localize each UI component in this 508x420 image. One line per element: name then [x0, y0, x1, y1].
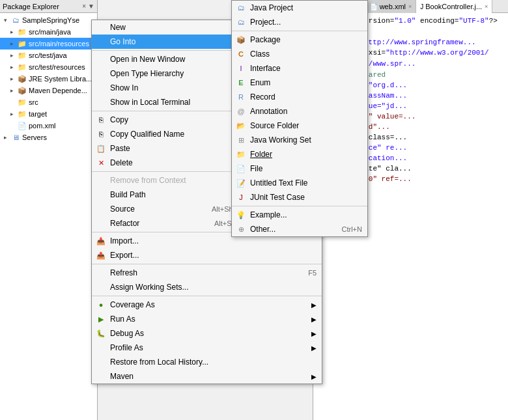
tree-arrow: ▸	[10, 111, 17, 117]
tree-item-jre[interactable]: ▸ 📦 JRE System Libra...	[0, 73, 97, 85]
submenu-item-java-project[interactable]: 🗂 Java Project	[232, 1, 367, 15]
submenu-item-project[interactable]: 🗂 Project...	[232, 15, 367, 29]
tree-item-src-main-resources[interactable]: ▸ 📁 src/main/resources	[0, 38, 97, 49]
tab-close-icon[interactable]: ×	[408, 3, 412, 10]
project-icon: 🗂	[236, 17, 246, 27]
menu-separator	[92, 264, 322, 264]
tree-item-src[interactable]: 📁 src	[0, 96, 97, 108]
submenu-item-other[interactable]: ⊕ Other... Ctrl+N	[232, 222, 367, 236]
menu-label: Assign Working Sets...	[110, 283, 189, 292]
tab-book[interactable]: J BookController.j... ×	[416, 0, 492, 13]
menu-item-assign-working-sets[interactable]: Assign Working Sets...	[92, 280, 322, 294]
tree-label: pom.xml	[29, 122, 56, 130]
tree-item-servers[interactable]: ▸ 🖥 Servers	[0, 132, 97, 143]
submenu-label: Other...	[250, 225, 275, 234]
menu-label: New	[110, 23, 126, 32]
submenu-label: File	[250, 164, 262, 173]
submenu-item-untitled-text[interactable]: 📝 Untitled Text File	[232, 176, 367, 190]
submenu-item-junit-test[interactable]: J JUnit Test Case	[232, 190, 367, 204]
enum-icon: E	[236, 77, 246, 88]
tree-arrow: ▸	[10, 76, 17, 82]
tree-item-pom[interactable]: 📄 pom.xml	[0, 120, 97, 132]
menu-label: Go Into	[110, 37, 135, 46]
tree-item-src-test-resources[interactable]: ▸ 📁 src/test/resources	[0, 61, 97, 73]
java-project-icon: 🗂	[236, 3, 246, 13]
submenu-item-package[interactable]: 📦 Package	[232, 33, 367, 47]
submenu-arrow: ▶	[311, 330, 317, 337]
submenu-item-enum[interactable]: E Enum	[232, 76, 367, 90]
panel-header: Package Explorer × ▼	[0, 0, 97, 13]
panel-menu-icon[interactable]: ▼	[88, 3, 94, 10]
menu-item-refresh[interactable]: Refresh F5	[92, 266, 322, 280]
menu-item-export[interactable]: 📤 Export...	[92, 248, 322, 262]
coverage-icon: ●	[96, 300, 106, 310]
tab-file-icon: 📄	[370, 3, 378, 10]
menu-label: Coverage As	[110, 300, 155, 309]
submenu-item-record[interactable]: R Record	[232, 90, 367, 104]
submenu-label: Interface	[250, 64, 281, 73]
menu-label: Import...	[110, 236, 139, 245]
submenu-label: Java Working Set	[250, 135, 311, 145]
menu-item-restore-history[interactable]: Restore from Local History...	[92, 355, 322, 369]
folder-icon: 📁	[236, 149, 246, 160]
submenu-item-interface[interactable]: I Interface	[232, 61, 367, 76]
debug-icon: 🐛	[96, 328, 106, 339]
tree-arrow: ▸	[4, 134, 10, 141]
shortcut-label: Ctrl+N	[332, 225, 362, 233]
tree-label: target	[29, 110, 47, 118]
menu-item-maven[interactable]: Maven ▶	[92, 369, 322, 384]
tree-area: ▾ 🗂 SampleSpringYse ▸ 📁 src/main/java ▸ …	[0, 13, 97, 145]
tree-arrow	[10, 99, 17, 105]
folder-icon: 📁	[17, 38, 27, 49]
submenu-item-source-folder[interactable]: 📂 Source Folder	[232, 119, 367, 133]
panel-close-icon[interactable]: ×	[82, 3, 86, 10]
submenu-label: JUnit Test Case	[250, 193, 305, 202]
server-icon: 🖥	[10, 132, 21, 143]
submenu-item-folder[interactable]: 📁 Folder	[232, 147, 367, 161]
submenu-arrow: ▶	[311, 344, 317, 352]
tree-label: JRE System Libra...	[29, 75, 92, 83]
submenu-item-example[interactable]: 💡 Example...	[232, 208, 367, 222]
tab-web[interactable]: 📄 web.xml ×	[366, 0, 417, 13]
tree-label: SampleSpringYse	[22, 16, 79, 24]
class-icon: C	[236, 49, 246, 59]
menu-label: Maven	[110, 372, 134, 381]
tree-arrow	[10, 122, 17, 129]
tab-close-icon[interactable]: ×	[485, 3, 488, 10]
menu-item-profile-as[interactable]: Profile As ▶	[92, 341, 322, 355]
menu-label: Paste	[110, 144, 130, 153]
menu-item-run-as[interactable]: ▶ Run As ▶	[92, 312, 322, 326]
tree-item-src-test-java[interactable]: ▸ 📁 src/test/java	[0, 49, 97, 61]
submenu-item-class[interactable]: C Class	[232, 47, 367, 61]
menu-label: Source	[110, 204, 135, 214]
annotation-icon: @	[236, 106, 246, 117]
menu-item-coverage-as[interactable]: ● Coverage As ▶	[92, 298, 322, 312]
submenu-label: Java Project	[250, 3, 293, 12]
tree-arrow: ▸	[10, 87, 17, 94]
package-icon: 📁	[17, 27, 27, 37]
junit-icon: J	[236, 192, 246, 203]
menu-label: Refactor	[110, 219, 139, 228]
folder-icon: 📁	[17, 109, 27, 119]
tree-label: Maven Depende...	[29, 87, 87, 94]
tree-item-project[interactable]: ▾ 🗂 SampleSpringYse	[0, 14, 97, 26]
folder-icon: 📁	[17, 97, 27, 107]
paste-icon: 📋	[96, 143, 106, 154]
tree-label: src	[29, 98, 38, 106]
xml-icon: 📄	[17, 120, 27, 131]
submenu-item-file[interactable]: 📄 File	[232, 161, 367, 176]
package-icon: 📁	[17, 50, 27, 61]
tree-label: src/main/resources	[29, 40, 89, 48]
panel-title: Package Explorer	[3, 3, 80, 10]
submenu-item-java-working-set[interactable]: ⊞ Java Working Set	[232, 133, 367, 147]
tree-arrow: ▸	[10, 52, 17, 59]
menu-label: Copy	[110, 115, 128, 124]
menu-item-debug-as[interactable]: 🐛 Debug As ▶	[92, 326, 322, 341]
menu-label: Show in Local Terminal	[110, 98, 190, 107]
tree-item-src-main-java[interactable]: ▸ 📁 src/main/java	[0, 26, 97, 38]
tree-item-maven-deps[interactable]: ▸ 📦 Maven Depende...	[0, 85, 97, 96]
submenu-item-annotation[interactable]: @ Annotation	[232, 104, 367, 119]
tree-item-target[interactable]: ▸ 📁 target	[0, 108, 97, 120]
record-icon: R	[236, 92, 246, 102]
submenu-label: Package	[250, 35, 281, 44]
